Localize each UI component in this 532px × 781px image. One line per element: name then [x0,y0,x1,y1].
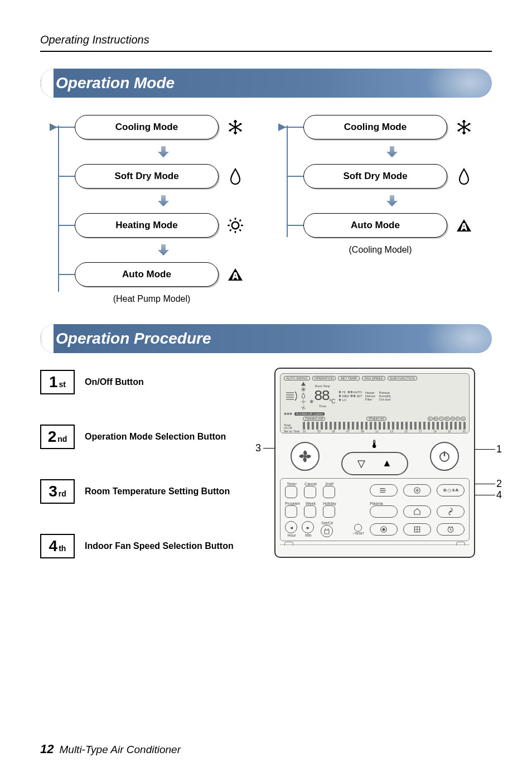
hour-button[interactable]: ◂ [285,521,297,533]
mode-node-cooling: Cooling Mode [303,113,481,141]
step-label: Room Temperature Setting Button [85,486,230,496]
snowflake-icon [219,119,252,136]
temperature-rocker[interactable]: ▽ ▲ [341,452,408,475]
mode-node-auto: Auto Mode [75,261,252,288]
step-4: 4th Indoor Fan Speed Selection Button [40,534,258,558]
week-button[interactable] [304,505,316,518]
snowflake-icon [301,387,306,392]
down-arrow-icon [75,141,252,162]
holiday-button[interactable] [323,505,335,518]
mode-label: Auto Mode [122,269,171,280]
min-button[interactable]: ▸ [302,521,314,533]
callout-3: 3 [255,442,261,454]
mode-label: Cooling Mode [115,122,178,133]
airflow-button[interactable] [370,484,398,496]
svg-line-10 [230,230,231,232]
callout-line [473,495,495,495]
program-button[interactable] [285,505,297,518]
plasma-button[interactable] [370,505,398,518]
lcd-tag: FAN SPEED [362,376,385,380]
mode-label: Heating Mode [115,220,177,231]
page-number: 12 [40,742,54,756]
lcd-plasma-label: PLASMA AIR CLEAN [294,412,325,416]
temp-up-icon: ▲ [382,457,392,469]
lcd-sub: Out door [379,398,390,401]
svg-point-19 [302,401,304,402]
lcd-tag: OPERATION [312,376,336,380]
remote-controller-illustration: AUTO SWING OPERATION SET TEMP. FAN SPEED… [274,368,475,558]
remote-flip-cover [280,544,470,552]
step-number-box: 2nd [40,425,75,449]
step-number-box: 4th [40,534,75,558]
mode-node-soft-dry: Soft Dry Mode [303,162,481,190]
mode-node-auto: Auto Mode [303,211,481,239]
model-caption-heat-pump: (Heat Pump Model) [51,294,252,304]
lcd-fan-med: ❋ MED ❋❋ JET [338,394,362,398]
auto-triangle-icon [301,382,306,386]
lcd-sub: Filter [365,398,377,401]
cancel-button[interactable] [304,486,316,498]
step-1: 1st On/Off Button [40,370,258,394]
snowflake-icon [447,119,481,136]
remote-lower-panel: Timer Cancel 2ndF ❄◇☀A Program Week [280,478,470,541]
section-title-operation-mode: Operation Mode [40,69,492,98]
eco-button[interactable] [370,523,398,536]
lcd-tag: SET TEMP. [338,376,360,380]
lcd-time-bar [303,422,466,430]
cooling-model-column: Cooling Mode Soft Dry Mode Auto Mode [280,113,481,304]
section-title-text: Operation Procedure [56,330,211,348]
mode-label: Soft Dry Mode [343,171,407,182]
callout-line [473,484,495,484]
fan-icon [301,405,306,411]
section-title-text: Operation Mode [56,74,175,92]
droplet-icon [219,168,252,185]
mode-node-heating: Heating Mode [75,211,252,239]
temp-down-icon: ▽ [357,457,365,470]
timer-button[interactable] [285,486,297,498]
step-label: On/Off Button [85,377,144,387]
power-button[interactable] [430,442,459,471]
step-2: 2nd Operation Mode Selection Button [40,425,258,449]
thermometer-icon: 🌡 [369,438,380,451]
heat-pump-column: Cooling Mode Soft Dry Mode Heating Mode [51,113,252,304]
lcd-display: AUTO SWING OPERATION SET TEMP. FAN SPEED… [280,373,470,433]
auto-triangle-icon [447,218,481,233]
mode-node-soft-dry: Soft Dry Mode [75,162,252,190]
step-number-box: 1st [40,370,75,394]
droplet-icon [301,393,306,398]
clock-button[interactable] [437,523,465,536]
add-button[interactable] [403,484,431,496]
svg-point-25 [304,455,307,457]
sun-icon [219,217,252,234]
svg-line-11 [240,220,241,221]
secondf-button[interactable] [323,486,335,498]
callout-2: 2 [496,478,502,490]
lcd-fan-hi: ❋ HI ❋❋ AUTO [338,390,362,394]
lcd-tag: AUTO SWING [284,376,310,380]
model-caption-cooling: (Cooling Model) [280,245,481,255]
footer-title: Multi-Type Air Conditioner [59,744,181,756]
mode-label: Auto Mode [351,220,400,231]
step-label: Indoor Fan Speed Selection Button [85,541,234,551]
tree-rail [287,126,288,237]
callout-1: 1 [496,443,502,455]
operation-mode-diagram: Cooling Mode Soft Dry Mode Heating Mode [40,113,492,304]
lcd-fan-lo: ❋ LO [338,398,362,402]
set-clear-button[interactable] [321,525,333,537]
mode-node-cooling: Cooling Mode [75,113,252,141]
mode-button[interactable]: ❄◇☀A [437,484,465,496]
tree-rail [58,126,59,292]
svg-point-3 [232,222,239,229]
fan-speed-button[interactable] [291,442,320,471]
callout-4: 4 [496,489,502,501]
mode-label: Cooling Mode [344,122,407,133]
auto-triangle-icon [219,267,252,282]
filter-button[interactable] [403,523,431,536]
down-arrow-icon [303,190,481,211]
down-arrow-icon [75,239,252,261]
reset-pinhole[interactable] [354,524,362,532]
fan-sub-button[interactable] [437,505,465,518]
lcd-temp-unit: °C [329,398,335,404]
home-button[interactable] [403,505,431,518]
step-3: 3rd Room Temperature Setting Button [40,479,258,504]
